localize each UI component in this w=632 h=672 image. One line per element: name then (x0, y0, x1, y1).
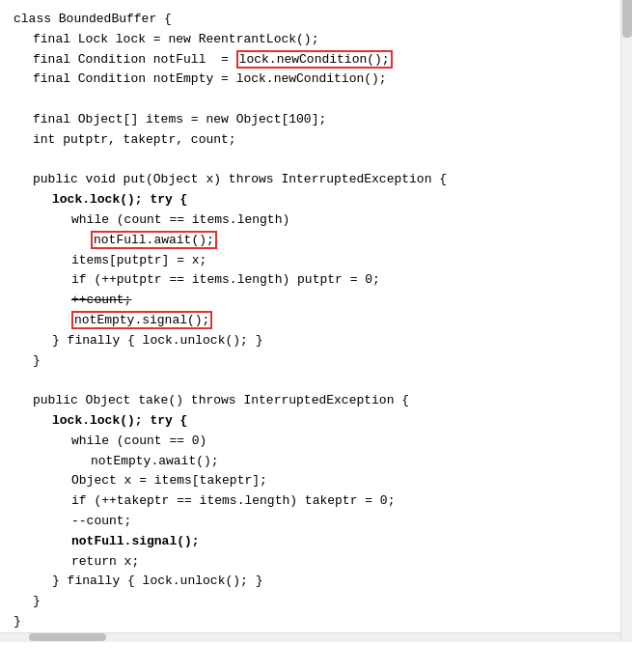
code-line: public void put(Object x) throws Interru… (10, 170, 632, 190)
code-line: public Object take() throws InterruptedE… (10, 391, 632, 411)
code-line: } (10, 351, 632, 372)
code-line (10, 371, 632, 391)
vertical-scrollbar[interactable] (620, 0, 632, 642)
code-line: notEmpty.signal(); (10, 311, 632, 331)
highlight-condition-notfull: lock.newCondition(); (236, 50, 393, 69)
code-line: lock.lock(); try { (10, 411, 632, 432)
code-line: int putptr, takeptr, count; (10, 130, 632, 151)
code-line: final Condition notFull = lock.newCondit… (10, 50, 632, 70)
code-line: items[putptr] = x; (10, 251, 632, 271)
code-line: --count; (10, 512, 632, 532)
code-line: class BoundedBuffer { (10, 10, 632, 30)
code-line: notEmpty.await(); (10, 452, 632, 472)
horizontal-scrollbar-thumb[interactable] (29, 633, 106, 641)
code-line: if (++putptr == items.length) putptr = 0… (10, 270, 632, 291)
code-line: while (count == 0) (10, 432, 632, 452)
code-line: final Object[] items = new Object[100]; (10, 110, 632, 130)
code-line: final Condition notEmpty = lock.newCondi… (10, 70, 632, 90)
code-line (10, 151, 632, 171)
code-line: notFull.signal(); (10, 532, 632, 552)
code-line: } finally { lock.unlock(); } (10, 572, 632, 592)
code-line: } (10, 592, 632, 612)
code-line: if (++takeptr == items.length) takeptr =… (10, 491, 632, 512)
code-line (10, 90, 632, 110)
scrollbar-thumb[interactable] (622, 0, 632, 38)
code-line: notFull.await(); (10, 231, 632, 251)
horizontal-scrollbar[interactable] (0, 632, 620, 642)
code-line: } (10, 612, 632, 632)
highlight-notfull-await: notFull.await(); (91, 231, 217, 249)
code-line: return x; (10, 552, 632, 573)
code-line: final Lock lock = new ReentrantLock(); (10, 30, 632, 50)
code-line: lock.lock(); try { (10, 190, 632, 210)
highlight-notempty-signal: notEmpty.signal(); (71, 311, 212, 329)
code-line: while (count == items.length) (10, 210, 632, 231)
code-editor: class BoundedBuffer { final Lock lock = … (0, 0, 632, 642)
code-line: Object x = items[takeptr]; (10, 471, 632, 491)
code-line: } finally { lock.unlock(); } (10, 331, 632, 351)
code-line: ++count; (10, 291, 632, 311)
